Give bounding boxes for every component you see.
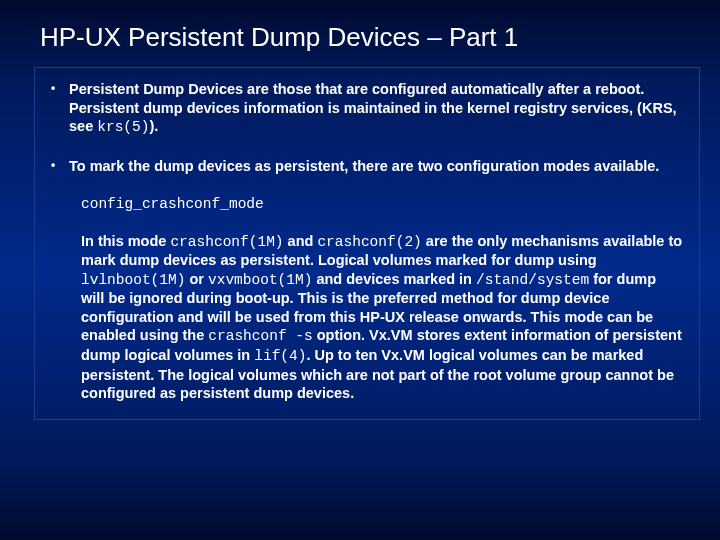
bullet-text: Persistent Dump Devices are those that a… bbox=[69, 81, 677, 134]
text-run: . bbox=[306, 347, 314, 363]
mode-label: config_crashconf_mode bbox=[81, 195, 683, 214]
bullet-item: To mark the dump devices as persistent, … bbox=[47, 157, 683, 176]
inline-code: krs(5) bbox=[97, 119, 149, 135]
inline-code: vxvmboot(1M) bbox=[208, 272, 312, 288]
slide-title: HP-UX Persistent Dump Devices – Part 1 bbox=[0, 0, 720, 65]
slide: HP-UX Persistent Dump Devices – Part 1 P… bbox=[0, 0, 720, 420]
bullet-list: Persistent Dump Devices are those that a… bbox=[47, 80, 683, 175]
text-run: and devices marked in bbox=[312, 271, 476, 287]
text-run: or bbox=[185, 271, 208, 287]
inline-code: /stand/system bbox=[476, 272, 589, 288]
inline-code: lvlnboot(1M) bbox=[81, 272, 185, 288]
bullet-item: Persistent Dump Devices are those that a… bbox=[47, 80, 683, 137]
bullet-text: To mark the dump devices as persistent, … bbox=[69, 158, 659, 174]
inline-code: crashconf(2) bbox=[317, 234, 421, 250]
bullet-text: ). bbox=[149, 118, 158, 134]
text-run: In this mode bbox=[81, 233, 170, 249]
sub-content: config_crashconf_mode In this mode crash… bbox=[47, 195, 683, 402]
slide-body: Persistent Dump Devices are those that a… bbox=[34, 67, 700, 420]
paragraph: In this mode crashconf(1M) and crashconf… bbox=[81, 232, 683, 403]
inline-code: lif(4) bbox=[254, 348, 306, 364]
inline-code: crashconf(1M) bbox=[170, 234, 283, 250]
inline-code: crashconf -s bbox=[208, 328, 312, 344]
text-run: and bbox=[284, 233, 318, 249]
